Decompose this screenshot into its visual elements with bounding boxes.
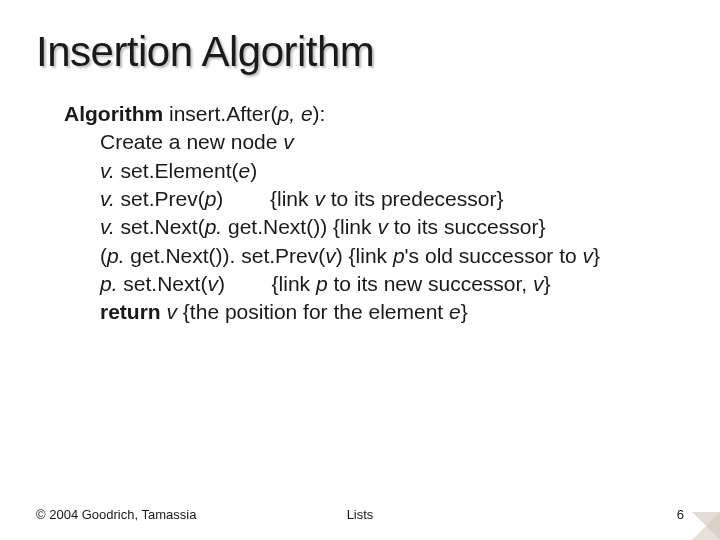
text: } <box>593 244 600 267</box>
var-v: v <box>583 244 594 267</box>
slide-title: Insertion Algorithm <box>36 28 684 76</box>
var-p: p. <box>107 244 125 267</box>
var-e: e <box>239 159 251 182</box>
var-v: v <box>377 215 388 238</box>
algo-line-setnext: v. set.Next(p. get.Next()) {link v to it… <box>100 213 684 241</box>
algo-line-create: Create a new node v <box>100 128 684 156</box>
text: Create a new node <box>100 130 283 153</box>
text: get.Next()) {link <box>222 215 377 238</box>
text: ) <box>250 159 257 182</box>
var-v: v <box>314 187 325 210</box>
var-v: v. <box>100 159 115 182</box>
footer-copyright: © 2004 Goodrich, Tamassia <box>36 507 196 522</box>
text: ) <box>218 272 225 295</box>
var-p: p <box>205 187 217 210</box>
footer: © 2004 Goodrich, Tamassia Lists 6 <box>36 507 684 522</box>
comment: {link <box>225 272 316 295</box>
keyword-return: return <box>100 300 167 323</box>
var-v: v <box>533 272 544 295</box>
algorithm-body: Algorithm insert.After(p, e): Create a n… <box>64 100 684 327</box>
text: } <box>461 300 468 323</box>
text: set.Next( <box>118 272 208 295</box>
keyword-algorithm: Algorithm <box>64 102 163 125</box>
text: get.Next()). set.Prev( <box>125 244 326 267</box>
slide: Insertion Algorithm Algorithm insert.Aft… <box>0 0 720 540</box>
var-v: v. <box>100 215 115 238</box>
text: {the position for the element <box>177 300 449 323</box>
text: } <box>544 272 551 295</box>
sig-mid: insert.After( <box>163 102 277 125</box>
text: set.Element( <box>115 159 239 182</box>
page-curl-icon <box>692 512 720 540</box>
algo-line-setelement: v. set.Element(e) <box>100 157 684 185</box>
text: to its new successor, <box>328 272 533 295</box>
algo-line-setprev: v. set.Prev(p) {link v to its predecesso… <box>100 185 684 213</box>
sig-close: ): <box>313 102 326 125</box>
footer-page-number: 6 <box>677 507 684 522</box>
text: ) {link <box>336 244 393 267</box>
text: ( <box>100 244 107 267</box>
var-v: v <box>207 272 218 295</box>
algo-line-p-setnext: p. set.Next(v) {link p to its new succes… <box>100 270 684 298</box>
text: set.Prev( <box>115 187 205 210</box>
var-e: e <box>449 300 461 323</box>
var-v: v <box>283 130 294 153</box>
var-v: v <box>325 244 336 267</box>
var-p: p <box>316 272 328 295</box>
text: 's old successor to <box>405 244 583 267</box>
sig-params: p, e <box>278 102 313 125</box>
var-p: p. <box>205 215 223 238</box>
var-v: v. <box>100 187 115 210</box>
text: to its successor} <box>388 215 546 238</box>
var-p: p <box>393 244 405 267</box>
algo-signature: Algorithm insert.After(p, e): <box>64 100 684 128</box>
algo-line-return: return v {the position for the element e… <box>100 298 684 326</box>
var-v: v <box>167 300 178 323</box>
text: set.Next( <box>115 215 205 238</box>
footer-title: Lists <box>347 507 374 522</box>
text: to its predecessor} <box>325 187 504 210</box>
comment: {link <box>223 187 314 210</box>
var-p: p. <box>100 272 118 295</box>
algo-line-successor-setprev: (p. get.Next()). set.Prev(v) {link p's o… <box>100 242 684 270</box>
